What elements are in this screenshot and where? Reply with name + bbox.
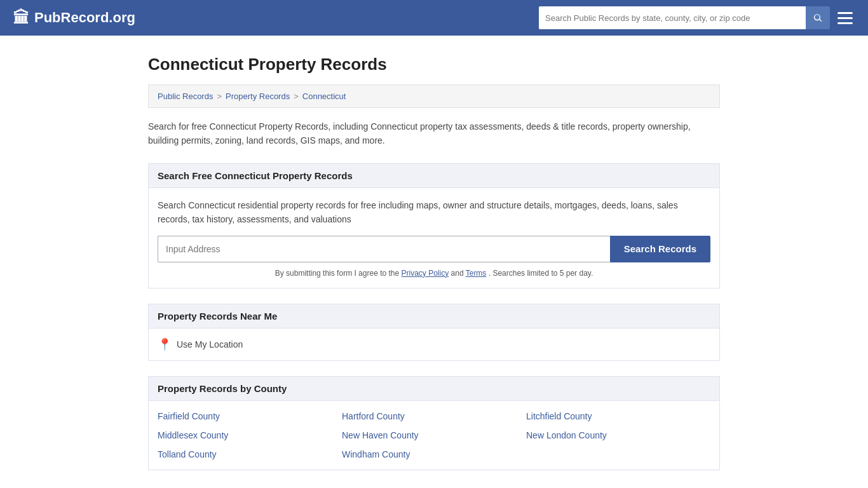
breadcrumb-public-records[interactable]: Public Records — [158, 92, 213, 101]
use-location-button[interactable]: 📍 Use My Location — [158, 337, 710, 351]
county-link[interactable]: Middlesex County — [158, 430, 342, 440]
page-title: Connecticut Property Records — [148, 55, 720, 74]
use-location-label: Use My Location — [177, 339, 243, 349]
disclaimer-and: and — [451, 269, 464, 278]
search-section-header: Search Free Connecticut Property Records — [148, 163, 720, 188]
county-link[interactable]: Tolland County — [158, 449, 342, 459]
county-link[interactable]: Windham County — [342, 449, 526, 459]
hamburger-line — [837, 17, 853, 19]
header-logo[interactable]: 🏛 PubRecord.org — [13, 8, 135, 28]
county-link[interactable]: Fairfield County — [158, 411, 342, 421]
near-me-section: Property Records Near Me 📍 Use My Locati… — [148, 304, 720, 361]
header-search-input[interactable] — [539, 6, 806, 29]
logo-icon: 🏛 — [13, 8, 29, 28]
county-link[interactable]: Litchfield County — [526, 411, 710, 421]
search-section: Search Free Connecticut Property Records… — [148, 163, 720, 288]
county-section: Property Records by County Fairfield Cou… — [148, 376, 720, 470]
form-disclaimer: By submitting this form I agree to the P… — [158, 269, 710, 278]
disclaimer-text: By submitting this form I agree to the — [275, 269, 399, 278]
search-section-description: Search Connecticut residential property … — [158, 198, 710, 227]
breadcrumb-property-records[interactable]: Property Records — [226, 92, 290, 101]
address-input[interactable] — [158, 236, 610, 262]
near-me-section-body: 📍 Use My Location — [148, 329, 720, 361]
disclaimer-limit: . Searches limited to 5 per day. — [489, 269, 593, 278]
terms-link[interactable]: Terms — [466, 269, 487, 278]
header-right — [539, 6, 855, 29]
hamburger-menu-button[interactable] — [835, 10, 855, 27]
main-content: Connecticut Property Records Public Reco… — [135, 55, 733, 470]
near-me-section-header: Property Records Near Me — [148, 304, 720, 329]
county-link[interactable]: Hartford County — [342, 411, 526, 421]
breadcrumb: Public Records > Property Records > Conn… — [148, 85, 720, 108]
location-icon: 📍 — [158, 337, 172, 351]
breadcrumb-sep-1: > — [217, 92, 222, 101]
search-section-body: Search Connecticut residential property … — [148, 188, 720, 288]
county-link[interactable]: New Haven County — [342, 430, 526, 440]
breadcrumb-sep-2: > — [294, 92, 299, 101]
county-section-body: Fairfield CountyHartford CountyLitchfiel… — [148, 401, 720, 470]
address-search-form: Search Records — [158, 236, 710, 262]
site-header: 🏛 PubRecord.org — [0, 0, 868, 36]
search-records-button[interactable]: Search Records — [610, 236, 710, 262]
hamburger-line — [837, 22, 853, 24]
search-icon — [813, 13, 823, 23]
header-search-form — [539, 6, 830, 29]
hamburger-line — [837, 12, 853, 14]
county-section-header: Property Records by County — [148, 376, 720, 401]
privacy-policy-link[interactable]: Privacy Policy — [402, 269, 449, 278]
breadcrumb-connecticut[interactable]: Connecticut — [302, 92, 346, 101]
header-search-button[interactable] — [806, 6, 830, 29]
county-grid: Fairfield CountyHartford CountyLitchfiel… — [158, 411, 710, 459]
logo-text: PubRecord.org — [34, 10, 135, 26]
county-link[interactable]: New London County — [526, 430, 710, 440]
page-description: Search for free Connecticut Property Rec… — [148, 119, 720, 148]
